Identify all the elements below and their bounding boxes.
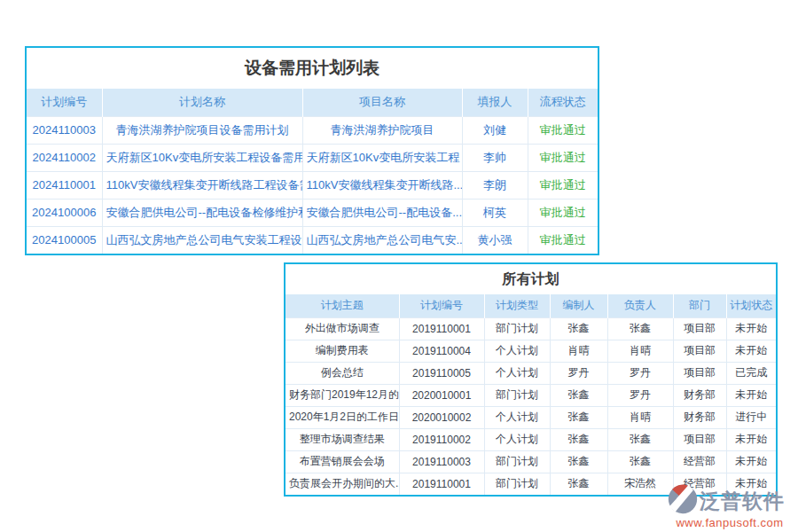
plan-status: 未开始 <box>726 384 776 406</box>
workflow-status: 审批通过 <box>528 171 598 199</box>
column-header: 填报人 <box>462 89 528 116</box>
column-header: 计划编号 <box>399 294 484 317</box>
plan-type: 部门计划 <box>484 473 550 495</box>
all-plans-table: 计划主题计划编号计划类型编制人负责人部门计划状态 外出做市场调查20191100… <box>286 294 776 495</box>
submitter-name: 黄小强 <box>462 226 528 254</box>
submitter-name: 李朗 <box>462 171 528 199</box>
plan-subject: 例会总结 <box>286 362 399 384</box>
plans-table-body: 外出做市场调查2019110001部门计划张鑫张鑫项目部未开始编制费用表2019… <box>286 317 776 495</box>
table-row: 例会总结2019110005个人计划罗丹罗丹项目部已完成 <box>286 362 776 384</box>
author-name: 张鑫 <box>550 406 607 428</box>
department: 项目部 <box>673 340 726 362</box>
plan-status: 已完成 <box>726 362 776 384</box>
department: 财务部 <box>673 406 726 428</box>
column-header: 项目名称 <box>302 89 462 116</box>
plan-name-link[interactable]: 青海洪湖养护院项目设备需用计划 <box>102 116 302 144</box>
plan-number: 2019110003 <box>399 450 484 473</box>
plan-type: 个人计划 <box>484 340 550 362</box>
project-name-link[interactable]: 青海洪湖养护院项目 <box>302 116 462 144</box>
project-name-link[interactable]: 安徽合肥供电公司--配电设备... <box>302 199 462 226</box>
plan-type: 部门计划 <box>484 384 550 406</box>
plan-status: 未开始 <box>726 428 776 450</box>
column-header: 计划名称 <box>102 89 302 116</box>
column-header: 编制人 <box>550 294 607 317</box>
owner-name: 肖晴 <box>607 406 673 428</box>
column-header: 流程状态 <box>528 89 598 116</box>
department: 财务部 <box>673 384 726 406</box>
column-header: 计划编号 <box>27 89 102 116</box>
table-row: 2024110002天府新区10Kv变电所安装工程设备需用...天府新区10Kv… <box>27 144 598 171</box>
equipment-table-body: 2024110003青海洪湖养护院项目设备需用计划青海洪湖养护院项目刘健审批通过… <box>27 116 598 254</box>
table-row: 布置营销展会会场2019110003部门计划张鑫张鑫经营部未开始 <box>286 450 776 473</box>
plan-number-link[interactable]: 2024100005 <box>27 226 102 254</box>
fanpu-logo-icon <box>668 484 698 518</box>
plan-subject: 负责展会开办期间的大... <box>286 473 399 495</box>
column-header: 计划状态 <box>726 294 776 317</box>
author-name: 张鑫 <box>550 384 607 406</box>
submitter-name: 李帅 <box>462 144 528 171</box>
owner-name: 张鑫 <box>607 317 673 340</box>
department: 项目部 <box>673 362 726 384</box>
plan-subject: 整理市场调查结果 <box>286 428 399 450</box>
owner-name: 张鑫 <box>607 428 673 450</box>
plans-panel-title: 所有计划 <box>286 264 776 294</box>
plan-number: 2019110005 <box>399 362 484 384</box>
plan-subject: 财务部门2019年12月的... <box>286 384 399 406</box>
column-header: 计划主题 <box>286 294 399 317</box>
plan-number-link[interactable]: 2024110001 <box>27 171 102 199</box>
plan-number: 2019110002 <box>399 428 484 450</box>
owner-name: 宋浩然 <box>607 473 673 495</box>
plan-name-link[interactable]: 天府新区10Kv变电所安装工程设备需用... <box>102 144 302 171</box>
header-row: 计划主题计划编号计划类型编制人负责人部门计划状态 <box>286 294 776 317</box>
plan-type: 个人计划 <box>484 428 550 450</box>
author-name: 肖晴 <box>550 340 607 362</box>
plan-subject: 布置营销展会会场 <box>286 450 399 473</box>
plan-subject: 外出做市场调查 <box>286 317 399 340</box>
plan-status: 未开始 <box>726 450 776 473</box>
plan-number-link[interactable]: 2024110002 <box>27 144 102 171</box>
plan-subject: 编制费用表 <box>286 340 399 362</box>
table-row: 2020年1月2日的工作日...2020010002个人计划张鑫肖晴财务部进行中 <box>286 406 776 428</box>
fanpu-logo-url: www.fanpusoft.com <box>668 516 792 529</box>
fanpu-logo: 泛普软件 www.fanpusoft.com <box>668 484 792 529</box>
column-header: 计划类型 <box>484 294 550 317</box>
plan-name-link[interactable]: 山西弘文房地产总公司电气安装工程设备... <box>102 226 302 254</box>
plan-status: 未开始 <box>726 340 776 362</box>
department: 经营部 <box>673 450 726 473</box>
table-row: 整理市场调查结果2019110002个人计划张鑫张鑫项目部未开始 <box>286 428 776 450</box>
table-row: 财务部门2019年12月的...2020010001部门计划张鑫罗丹财务部未开始 <box>286 384 776 406</box>
plan-name-link[interactable]: 110kV安徽线程集变开断线路工程设备需... <box>102 171 302 199</box>
equipment-table-header: 计划编号计划名称项目名称填报人流程状态 <box>27 89 598 116</box>
author-name: 张鑫 <box>550 428 607 450</box>
table-row: 2024110003青海洪湖养护院项目设备需用计划青海洪湖养护院项目刘健审批通过 <box>27 116 598 144</box>
department: 项目部 <box>673 428 726 450</box>
workflow-status: 审批通过 <box>528 116 598 144</box>
project-name-link[interactable]: 山西弘文房地产总公司电气安... <box>302 226 462 254</box>
author-name: 张鑫 <box>550 450 607 473</box>
plan-type: 个人计划 <box>484 406 550 428</box>
plan-name-link[interactable]: 安徽合肥供电公司--配电设备检修维护和... <box>102 199 302 226</box>
equipment-plan-table: 计划编号计划名称项目名称填报人流程状态 2024110003青海洪湖养护院项目设… <box>27 89 598 254</box>
plan-type: 部门计划 <box>484 450 550 473</box>
author-name: 罗丹 <box>550 362 607 384</box>
plan-number-link[interactable]: 2024110003 <box>27 116 102 144</box>
submitter-name: 刘健 <box>462 116 528 144</box>
header-row: 计划编号计划名称项目名称填报人流程状态 <box>27 89 598 116</box>
table-row: 2024100006安徽合肥供电公司--配电设备检修维护和...安徽合肥供电公司… <box>27 199 598 226</box>
plan-number: 2020010001 <box>399 384 484 406</box>
plan-number: 2019110001 <box>399 473 484 495</box>
plan-number: 2019110004 <box>399 340 484 362</box>
plan-number-link[interactable]: 2024100006 <box>27 199 102 226</box>
all-plans-panel: 所有计划 计划主题计划编号计划类型编制人负责人部门计划状态 外出做市场调查201… <box>284 262 778 497</box>
plan-status: 未开始 <box>726 317 776 340</box>
column-header: 负责人 <box>607 294 673 317</box>
plan-status: 进行中 <box>726 406 776 428</box>
equipment-panel-title: 设备需用计划列表 <box>27 48 598 89</box>
plan-type: 部门计划 <box>484 317 550 340</box>
author-name: 张鑫 <box>550 317 607 340</box>
project-name-link[interactable]: 天府新区10Kv变电所安装工程 <box>302 144 462 171</box>
project-name-link[interactable]: 110kV安徽线程集变开断线路... <box>302 171 462 199</box>
plan-subject: 2020年1月2日的工作日... <box>286 406 399 428</box>
workflow-status: 审批通过 <box>528 144 598 171</box>
author-name: 张鑫 <box>550 473 607 495</box>
